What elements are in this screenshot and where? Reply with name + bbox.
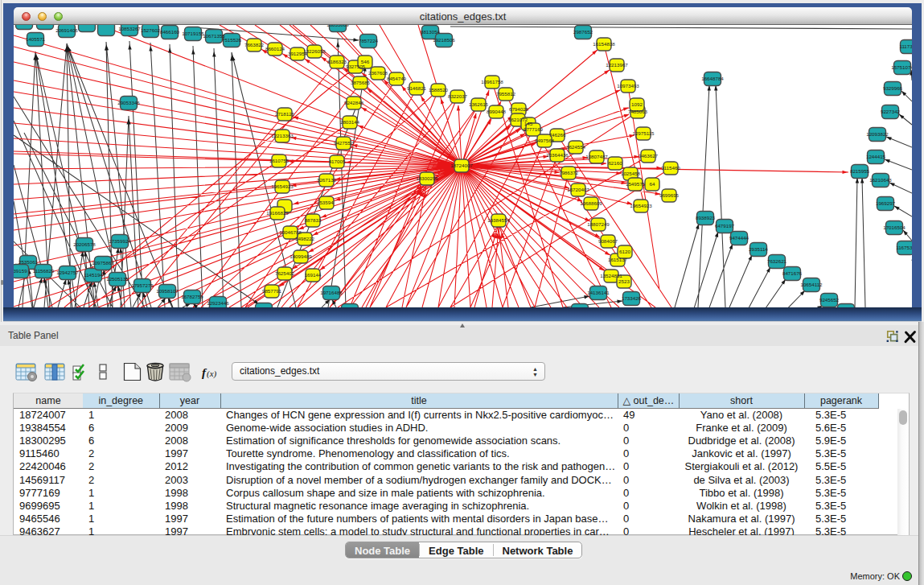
svg-text:1610755: 1610755 (269, 158, 290, 163)
svg-text:12093822: 12093822 (866, 131, 889, 137)
svg-text:9474444: 9474444 (729, 235, 749, 241)
svg-text:8186323: 8186323 (327, 59, 347, 64)
svg-text:7663822: 7663822 (244, 42, 265, 47)
svg-text:1244415: 1244415 (866, 154, 886, 159)
svg-text:7955812: 7955812 (496, 91, 516, 97)
svg-text:2535061: 2535061 (18, 259, 39, 265)
svg-text:8938923: 8938923 (696, 215, 716, 220)
svg-text:17016504: 17016504 (883, 225, 906, 230)
svg-text:7857224: 7857224 (359, 38, 379, 43)
svg-text:9699695: 9699695 (659, 192, 680, 198)
svg-text:1167533: 1167533 (896, 245, 912, 250)
svg-text:3624554: 3624554 (566, 144, 586, 150)
svg-text:1969297: 1969297 (876, 200, 896, 206)
svg-text:12923446: 12923446 (207, 300, 229, 306)
svg-text:10958107: 10958107 (156, 288, 179, 294)
svg-text:16648784: 16648784 (701, 76, 724, 81)
svg-text:18300295: 18300295 (416, 175, 438, 181)
svg-text:12505135: 12505135 (106, 276, 129, 282)
svg-text:12213363: 12213363 (271, 133, 294, 138)
svg-text:16033809: 16033809 (326, 25, 349, 27)
svg-text:12213967: 12213967 (606, 62, 628, 68)
svg-text:10719155: 10719155 (182, 31, 204, 36)
svg-text:1588520: 1588520 (429, 87, 449, 93)
svg-text:1498222: 1498222 (295, 236, 315, 241)
svg-text:8215955: 8215955 (850, 168, 870, 174)
svg-text:19654923: 19654923 (271, 183, 294, 189)
svg-text:19384554: 19384554 (487, 217, 510, 223)
svg-text:39159: 39159 (14, 268, 27, 274)
svg-text:10046788: 10046788 (279, 229, 302, 235)
svg-text:14099489: 14099489 (290, 253, 312, 259)
svg-text:1362615: 1362615 (469, 101, 489, 107)
svg-text:29053346: 29053346 (117, 100, 140, 105)
svg-text:1549575: 1549575 (626, 181, 646, 187)
svg-text:6794028: 6794028 (509, 106, 529, 112)
svg-text:887833: 887833 (305, 217, 322, 223)
svg-text:9242848: 9242848 (344, 100, 364, 105)
svg-text:13524851: 13524851 (600, 273, 622, 278)
svg-text:14136141: 14136141 (587, 290, 610, 295)
svg-text:17957275: 17957275 (131, 282, 154, 288)
svg-text:9084067: 9084067 (598, 238, 618, 244)
svg-text:7632621: 7632621 (767, 258, 787, 264)
svg-text:9146821: 9146821 (407, 85, 427, 91)
svg-text:1092: 1092 (631, 101, 643, 107)
svg-text:19654923: 19654923 (630, 203, 652, 208)
svg-text:62160: 62160 (608, 160, 622, 166)
svg-text:10973493: 10973493 (617, 83, 639, 89)
svg-text:19166829: 19166829 (266, 210, 289, 216)
svg-text:2987652: 2987652 (573, 29, 593, 35)
svg-text:11156829: 11156829 (33, 268, 55, 274)
svg-text:8471676: 8471676 (782, 270, 803, 276)
svg-text:15720407: 15720407 (567, 187, 589, 192)
svg-text:10975867: 10975867 (92, 260, 114, 266)
svg-text:9777169: 9777169 (524, 126, 544, 132)
svg-text:1733426: 1733426 (622, 295, 642, 301)
svg-text:2803144: 2803144 (340, 119, 360, 125)
svg-text:546: 546 (361, 59, 370, 64)
svg-text:169144: 169144 (305, 272, 322, 278)
svg-text:15751074: 15751074 (891, 64, 912, 70)
svg-text:2935114: 2935114 (749, 246, 768, 252)
svg-text:9329966: 9329966 (883, 85, 903, 91)
svg-text:7625402: 7625402 (275, 270, 295, 276)
svg-text:2367608: 2367608 (368, 70, 388, 76)
svg-text:9115460: 9115460 (661, 165, 680, 171)
svg-text:8660124: 8660124 (265, 46, 285, 51)
svg-text:13226058: 13226058 (303, 48, 326, 54)
svg-text:19218506: 19218506 (433, 37, 455, 43)
svg-text:53594: 53594 (319, 200, 334, 205)
svg-text:8813054: 8813054 (421, 29, 441, 35)
svg-text:1405571: 1405571 (26, 36, 46, 42)
svg-text:1615137: 1615137 (608, 257, 628, 262)
svg-text:8466160: 8466160 (160, 29, 180, 35)
svg-text:19716485: 19716485 (320, 290, 343, 295)
svg-text:1117364: 1117364 (899, 43, 912, 49)
svg-text:16154838: 16154838 (593, 41, 615, 47)
svg-text:20206578: 20206578 (73, 241, 96, 247)
svg-text:3875685: 3875685 (351, 80, 371, 85)
svg-text:18724007: 18724007 (450, 163, 473, 168)
svg-text:8990448: 8990448 (487, 109, 507, 114)
svg-text:16782759: 16782759 (181, 294, 203, 299)
svg-text:8322037: 8322037 (448, 93, 468, 99)
svg-text:9227342: 9227342 (881, 109, 901, 114)
svg-text:10807487: 10807487 (585, 154, 608, 159)
svg-text:10654112: 10654112 (800, 282, 823, 287)
svg-text:7515526: 7515526 (222, 37, 242, 43)
svg-text:10688609: 10688609 (580, 200, 602, 206)
svg-text:417005: 417005 (329, 159, 346, 164)
svg-text:6497568: 6497568 (535, 138, 555, 143)
svg-text:2523: 2523 (618, 278, 630, 284)
svg-text:17359924: 17359924 (109, 238, 131, 244)
svg-text:8454749: 8454749 (387, 76, 407, 81)
svg-text:7986372: 7986372 (559, 170, 579, 175)
svg-text:10961758: 10961758 (481, 79, 503, 84)
svg-text:1145194: 1145194 (84, 272, 103, 278)
svg-text:9463627: 9463627 (639, 153, 659, 159)
svg-text:12975115: 12975115 (632, 130, 655, 136)
svg-text:9857791: 9857791 (262, 288, 282, 294)
svg-text:16210643: 16210643 (869, 177, 892, 183)
svg-text:20691406: 20691406 (55, 27, 78, 33)
